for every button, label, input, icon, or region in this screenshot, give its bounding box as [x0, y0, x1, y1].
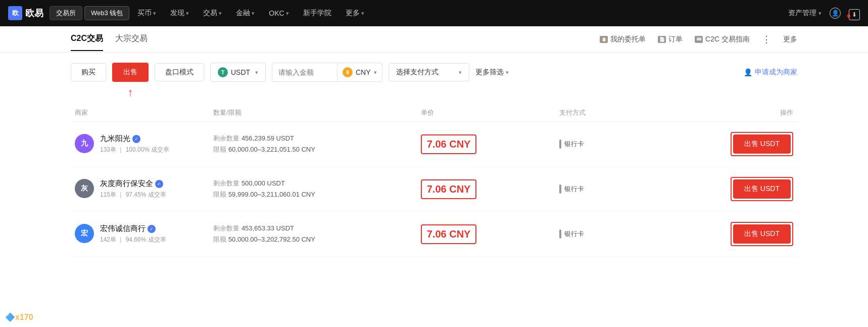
merchant-info: 九米阳光 ✓ 133单 ｜ 100.00% 成交率	[100, 134, 169, 154]
nav-right: 资产管理 ▾ 👤 ⬇	[788, 8, 860, 19]
sell-button-wrapper: 出售 ↑	[112, 63, 149, 82]
nav-download-wrapper: ⬇	[849, 9, 860, 18]
payment-dot	[559, 184, 561, 194]
logo-text: 欧易	[25, 7, 43, 19]
nav-menu-trade[interactable]: 交易 ▾	[197, 6, 228, 21]
pan-mode-button[interactable]: 盘口模式	[155, 63, 204, 81]
limit: 限额50,000.00–3,202,792.50 CNY	[213, 235, 413, 244]
action-cell: 出售 USDT	[694, 222, 797, 246]
nav-download-icon[interactable]: ⬇	[849, 9, 860, 20]
nav-menu-finance[interactable]: 金融 ▾	[230, 6, 261, 21]
col-payment: 支付方式	[555, 108, 694, 117]
orders-icon: 📋	[600, 36, 608, 43]
payment-cell: 银行卡	[555, 229, 694, 239]
price-cell: 7.06 CNY	[417, 179, 555, 199]
apply-merchant-link[interactable]: 👤 申请成为商家	[744, 68, 797, 77]
nav-menu-okc[interactable]: OKC ▾	[263, 6, 295, 20]
action-cell: 出售 USDT	[694, 132, 797, 156]
nav-menu-more[interactable]: 更多 ▾	[340, 6, 370, 21]
link-more[interactable]: 更多	[783, 35, 797, 44]
download-icon: ⬇	[849, 9, 860, 20]
amount-input-group: ¥ CNY ▾	[272, 63, 382, 82]
merchant-avatar: 九	[75, 134, 94, 153]
more-filter-button[interactable]: 更多筛选 ▾	[475, 68, 509, 77]
main-content: 购买 出售 ↑ 盘口模式 T USDT ▾ ¥ CNY ▾ 选择支付方式 ▾ 更…	[0, 53, 868, 267]
tether-icon: T	[218, 67, 228, 77]
buy-button[interactable]: 购买	[71, 63, 106, 81]
chevron-down-icon: ▾	[186, 10, 189, 17]
limit: 限额59,999.00–3,211,060.01 CNY	[213, 190, 413, 199]
price-cell: 7.06 CNY	[417, 134, 555, 154]
col-action: 操作	[694, 108, 797, 117]
merchant-name: 九米阳光 ✓	[100, 134, 169, 144]
nav-asset-management[interactable]: 资产管理 ▾	[788, 9, 822, 18]
filter-bar: 购买 出售 ↑ 盘口模式 T USDT ▾ ¥ CNY ▾ 选择支付方式 ▾ 更…	[71, 63, 797, 82]
tab-c2c[interactable]: C2C交易	[71, 27, 103, 51]
merchant-stats: 133单 ｜ 100.00% 成交率	[100, 146, 169, 154]
action-highlight-box: 出售 USDT	[731, 222, 793, 246]
cny-icon: ¥	[343, 67, 353, 77]
sub-nav-tabs: C2C交易 大宗交易	[71, 27, 148, 51]
link-my-orders[interactable]: 📋 我的委托单	[600, 35, 646, 44]
payment-label: 银行卡	[564, 139, 584, 149]
payment-dot	[559, 139, 561, 149]
nav-tab-exchange[interactable]: 交易所	[50, 6, 82, 20]
sell-usdt-button[interactable]: 出售 USDT	[733, 179, 791, 199]
qty: 剩余数量453,653.33 USDT	[213, 224, 413, 233]
nav-user-icon[interactable]: 👤	[830, 8, 841, 19]
nav-tab-web3[interactable]: Web3 钱包	[84, 6, 129, 20]
arrow-annotation: ↑	[128, 87, 133, 98]
sell-usdt-button[interactable]: 出售 USDT	[733, 134, 791, 154]
merchant-name: 宏伟诚信商行 ✓	[100, 224, 166, 233]
currency-selector[interactable]: ¥ CNY ▾	[337, 63, 382, 82]
sub-nav: C2C交易 大宗交易 📋 我的委托单 📄 订单 📖 C2C 交易指南 ⋮ 更多	[0, 26, 868, 53]
table-row: 灰 灰度商行保安全 ✓ 115单 ｜ 97.45% 成交率 剩余数量500,00…	[71, 167, 797, 212]
more-options-icon[interactable]: ⋮	[762, 34, 771, 45]
chevron-down-icon: ▾	[252, 10, 255, 17]
payment-label: 银行卡	[564, 229, 584, 239]
amount-input[interactable]	[272, 63, 337, 82]
action-highlight-box: 出售 USDT	[731, 132, 793, 156]
payment-dot	[559, 229, 561, 239]
payment-label: 银行卡	[564, 184, 584, 194]
sell-button[interactable]: 出售	[112, 63, 149, 82]
chevron-down-icon: ▾	[818, 10, 822, 17]
price-highlight-box: 7.06 CNY	[421, 224, 477, 244]
table-row: 九 九米阳光 ✓ 133单 ｜ 100.00% 成交率 剩余数量456,239.…	[71, 122, 797, 167]
table-row: 宏 宏伟诚信商行 ✓ 142单 ｜ 94.66% 成交率 剩余数量453,653…	[71, 212, 797, 257]
top-nav: 欧 欧易 交易所 Web3 钱包 买币 ▾ 发现 ▾ 交易 ▾ 金融 ▾ OKC…	[0, 0, 868, 26]
chevron-down-icon: ▾	[286, 10, 289, 17]
col-amount: 数量/限额	[209, 108, 417, 117]
nav-menu-discover[interactable]: 发现 ▾	[164, 6, 195, 21]
amount-cell: 剩余数量456,239.59 USDT 限额60,000.00–3,221,05…	[209, 134, 417, 154]
action-cell: 出售 USDT	[694, 177, 797, 201]
sell-usdt-button[interactable]: 出售 USDT	[733, 224, 791, 244]
guide-icon: 📖	[695, 36, 703, 43]
order-icon: 📄	[658, 36, 666, 43]
payment-cell: 银行卡	[555, 184, 694, 194]
tab-bulk[interactable]: 大宗交易	[115, 27, 148, 51]
chevron-down-icon: ▾	[219, 10, 222, 17]
link-c2c-guide[interactable]: 📖 C2C 交易指南	[695, 35, 750, 44]
qty: 剩余数量456,239.59 USDT	[213, 134, 413, 143]
merchant-cell: 灰 灰度商行保安全 ✓ 115单 ｜ 97.45% 成交率	[71, 179, 209, 199]
table-header: 商家 数量/限额 单价 支付方式 操作	[71, 104, 797, 122]
merchant-info: 灰度商行保安全 ✓ 115单 ｜ 97.45% 成交率	[100, 179, 166, 199]
link-order[interactable]: 📄 订单	[658, 35, 683, 44]
merchant-stats: 115单 ｜ 97.45% 成交率	[100, 191, 166, 199]
qty: 剩余数量500,000 USDT	[213, 179, 413, 188]
merchant-info: 宏伟诚信商行 ✓ 142单 ｜ 94.66% 成交率	[100, 224, 166, 244]
merchant-icon: 👤	[744, 68, 752, 76]
chevron-down-icon: ▾	[506, 69, 509, 76]
logo[interactable]: 欧 欧易	[8, 6, 43, 20]
merchant-name: 灰度商行保安全 ✓	[100, 179, 166, 189]
amount-cell: 剩余数量453,653.33 USDT 限额50,000.00–3,202,79…	[209, 224, 417, 244]
payment-cell: 银行卡	[555, 139, 694, 149]
coin-selector[interactable]: T USDT ▾	[210, 63, 266, 82]
price-highlight-box: 7.06 CNY	[421, 179, 477, 199]
payment-selector[interactable]: 选择支付方式 ▾	[389, 63, 469, 81]
merchant-stats: 142单 ｜ 94.66% 成交率	[100, 236, 166, 244]
nav-menu-buy[interactable]: 买币 ▾	[131, 6, 162, 21]
nav-menu-newbie[interactable]: 新手学院	[297, 6, 337, 21]
chevron-down-icon: ▾	[361, 10, 364, 17]
